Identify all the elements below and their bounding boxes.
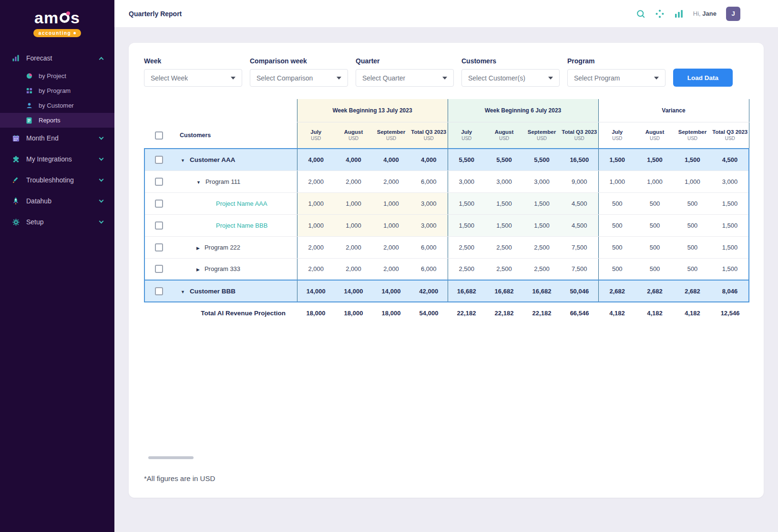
load-data-button[interactable]: Load Data: [673, 69, 733, 87]
row-checkbox[interactable]: [155, 200, 163, 208]
report-table: Week Beginning 13 July 2023Week Beginnin…: [144, 99, 749, 324]
sidebar-item-my-integrations[interactable]: My Integrations: [0, 149, 114, 170]
row-name-cell: ▼Customer BBB: [173, 280, 297, 302]
project-icon: [25, 73, 33, 79]
value-cell: 42,000: [410, 280, 448, 302]
chevron-down-icon: [99, 135, 104, 140]
checkbox-cell: [144, 236, 173, 258]
value-cell: 50,046: [561, 280, 598, 302]
horizontal-scrollbar-track[interactable]: [144, 456, 748, 459]
chevron-down-icon: [99, 156, 104, 161]
quarter-dropdown[interactable]: Select Quarter: [356, 69, 454, 87]
bar-chart-icon: [11, 54, 20, 62]
reports-icon: [25, 117, 33, 124]
program-dropdown[interactable]: Select Program: [567, 69, 665, 87]
search-icon[interactable]: [636, 9, 645, 19]
table-row-customer-bbb: ▼Customer BBB14,00014,00014,00042,00016,…: [144, 280, 749, 302]
row-checkbox[interactable]: [155, 287, 163, 295]
checkbox-cell: [144, 258, 173, 280]
week-dropdown[interactable]: Select Week: [144, 69, 242, 87]
value-cell: 1,500: [485, 214, 523, 236]
value-cell: 2,500: [448, 236, 485, 258]
total-value-cell: 18,000: [297, 302, 335, 324]
column-header-september: SeptemberUSD: [674, 122, 711, 149]
sidebar-item-by-program[interactable]: by Program: [0, 83, 114, 98]
checkbox-cell: [144, 280, 173, 302]
collapse-caret-icon[interactable]: ▼: [181, 290, 185, 294]
value-cell: 4,000: [410, 149, 448, 171]
sidebar-item-datahub[interactable]: Datahub: [0, 191, 114, 211]
row-checkbox[interactable]: [155, 243, 163, 251]
row-label: Customer AAA: [190, 156, 235, 163]
sidebar-item-reports[interactable]: Reports: [0, 113, 114, 128]
value-cell: 500: [636, 214, 674, 236]
value-cell: 6,000: [410, 236, 448, 258]
sidebar-nav: Forecastby Projectby Programby CustomerR…: [0, 48, 114, 232]
main-area: Quarterly Report Hi, Jane J WeekSelect W…: [114, 0, 778, 532]
apps-dots-icon[interactable]: [655, 9, 665, 19]
value-cell: 500: [636, 236, 674, 258]
value-cell: 500: [674, 214, 711, 236]
filter-label: Customers: [461, 57, 560, 65]
value-cell: 5,500: [485, 149, 523, 171]
value-cell: 3,000: [711, 171, 749, 192]
select-all-checkbox[interactable]: [155, 131, 163, 140]
total-value-cell: 18,000: [372, 302, 410, 324]
value-cell: 9,000: [561, 171, 598, 192]
sidebar-item-forecast[interactable]: Forecast: [0, 48, 114, 69]
expand-caret-icon[interactable]: ▶: [196, 246, 200, 251]
sidebar-item-label: Setup: [26, 218, 93, 226]
value-cell: 2,000: [335, 236, 372, 258]
value-cell: 1,000: [297, 192, 335, 214]
customers-dropdown[interactable]: Select Customer(s): [461, 69, 560, 87]
value-cell: 500: [636, 192, 674, 214]
value-cell: 1,500: [711, 192, 749, 214]
table-row-project-name-bbb: Project Name BBB1,0001,0001,0003,0001,50…: [144, 214, 749, 236]
row-name-cell: ▶Program 222: [173, 236, 297, 258]
page-content: WeekSelect WeekComparison weekSelect Com…: [114, 27, 778, 532]
value-cell: 2,000: [335, 171, 372, 192]
total-value-cell: 4,182: [598, 302, 636, 324]
expand-caret-icon[interactable]: ▶: [196, 267, 200, 272]
row-checkbox[interactable]: [155, 178, 163, 186]
comparison-week-dropdown[interactable]: Select Comparison: [250, 69, 348, 87]
value-cell: 1,500: [674, 149, 711, 171]
value-cell: 1,500: [598, 149, 636, 171]
group-header-variance: Variance: [598, 99, 749, 122]
value-cell: 2,000: [372, 171, 410, 192]
app-logo[interactable]: ams accounting: [0, 10, 114, 37]
total-value-cell: 4,182: [674, 302, 711, 324]
sidebar-item-label: by Project: [39, 72, 103, 80]
logo-wordmark: ams: [34, 10, 80, 26]
sidebar-item-by-customer[interactable]: by Customer: [0, 98, 114, 113]
total-row: Total AI Revenue Projection18,00018,0001…: [144, 302, 749, 324]
collapse-caret-icon[interactable]: ▼: [181, 158, 185, 163]
dropdown-caret-icon: [337, 77, 341, 80]
row-name-cell: ▶Program 333: [173, 258, 297, 280]
sidebar-item-by-project[interactable]: by Project: [0, 69, 114, 83]
value-cell: 1,500: [448, 192, 485, 214]
logo-text-s: s: [71, 10, 80, 26]
sidebar-item-troubleshhoting[interactable]: Troubleshhoting: [0, 170, 114, 191]
program-icon: [25, 88, 33, 94]
row-checkbox[interactable]: [155, 156, 163, 164]
value-cell: 1,000: [372, 214, 410, 236]
value-cell: 4,500: [711, 149, 749, 171]
sidebar-item-month-end[interactable]: Month End: [0, 128, 114, 149]
value-cell: 1,000: [636, 171, 674, 192]
sidebar-item-label: Datahub: [26, 197, 93, 205]
value-cell: 1,000: [297, 214, 335, 236]
horizontal-scrollbar-thumb[interactable]: [148, 456, 194, 459]
row-checkbox[interactable]: [155, 221, 163, 230]
row-label: Program 111: [205, 178, 240, 185]
avatar[interactable]: J: [726, 7, 740, 21]
collapse-caret-icon[interactable]: ▼: [196, 180, 201, 185]
value-cell: 500: [598, 192, 636, 214]
value-cell: 2,000: [297, 236, 335, 258]
value-cell: 4,500: [561, 192, 598, 214]
sidebar-item-setup[interactable]: Setup: [0, 211, 114, 232]
row-checkbox[interactable]: [155, 265, 163, 273]
value-cell: 8,046: [711, 280, 749, 302]
column-header-total-q3-2023: Total Q3 2023USD: [561, 122, 598, 149]
bar-chart-icon[interactable]: [674, 10, 684, 18]
